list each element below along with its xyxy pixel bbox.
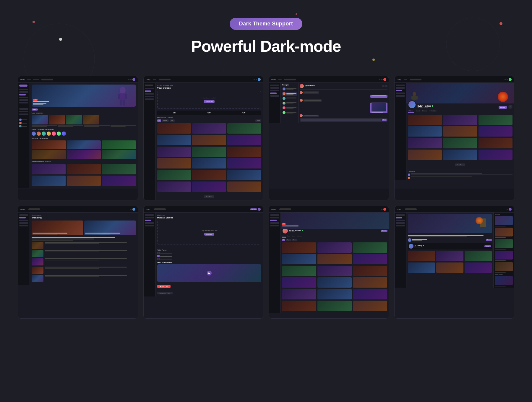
svg-rect-6 xyxy=(125,94,127,99)
svg-rect-5 xyxy=(118,94,120,99)
screenshot-messages: Unity xyxy=(269,76,389,200)
screenshot-video-watch: Unity xyxy=(394,206,515,319)
screenshot-your-videos: Unity Hi Dash, xyxy=(143,76,264,200)
mini-logo-6: Unity xyxy=(146,208,150,210)
mini-logo-3: Unity xyxy=(271,79,276,80)
mini-logo-8: Unity xyxy=(397,208,401,210)
screenshot-trending: Unity Unity Gaming Trending xyxy=(18,206,138,319)
svg-rect-12 xyxy=(416,96,418,100)
screenshot-channel-page: Unity xyxy=(269,206,389,319)
svg-point-3 xyxy=(120,87,126,94)
svg-point-9 xyxy=(413,92,416,96)
screenshot-channel-profile: Unity xyxy=(394,76,515,200)
mini-logo-2: Unity xyxy=(146,79,150,80)
mini-logo: Unity xyxy=(20,79,25,80)
svg-rect-10 xyxy=(413,96,416,100)
mini-logo-4: Unity xyxy=(397,79,401,80)
svg-rect-7 xyxy=(120,100,122,106)
header-section: Dark Theme Support Powerful Dark-mode xyxy=(0,0,532,67)
svg-rect-4 xyxy=(120,93,126,101)
theme-badge: Dark Theme Support xyxy=(230,18,302,30)
screenshots-grid: Unity xyxy=(0,67,532,336)
svg-rect-8 xyxy=(123,100,125,106)
page-title: Powerful Dark-mode xyxy=(0,37,532,55)
svg-rect-11 xyxy=(411,96,413,100)
screenshot-home-feed: Unity xyxy=(18,76,138,200)
mini-logo-7: Unity xyxy=(271,208,276,210)
screenshot-upload-videos: Unity New Video What's hot ♦ Upload xyxy=(143,206,264,319)
mini-logo-5: Unity xyxy=(20,208,25,210)
